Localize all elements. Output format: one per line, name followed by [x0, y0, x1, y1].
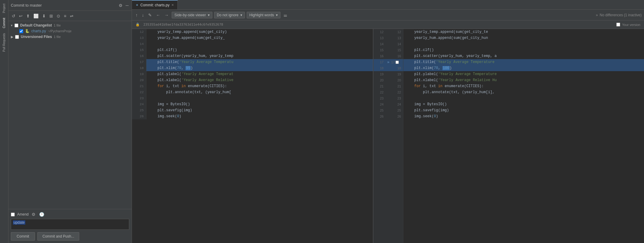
line-content-left-13: yearly_hum.append(sum(get_city_: [146, 35, 373, 41]
commit-message-field[interactable]: update: [11, 219, 129, 230]
unversioned-count: 1 file: [54, 35, 61, 39]
ignore-mode-dropdown[interactable]: Do not ignore ▾: [214, 12, 245, 18]
mid-row-12: 12 12: [374, 29, 403, 35]
download-button[interactable]: ⬇: [41, 13, 47, 19]
changelist-label: Default Changelist: [20, 23, 52, 27]
diff-status-text: No differences (1 inactive): [600, 13, 642, 17]
line-content-left-20: plt.xlabel('Yearly Average Relative: [146, 77, 373, 83]
diff-line-right-26: img.seek(0): [403, 113, 644, 119]
your-version-section: Your version: [616, 23, 640, 27]
list-button[interactable]: ≡: [63, 13, 67, 19]
line-content-left-21: for i, txt in enumerate(CITIES):: [146, 83, 373, 89]
sidebar-item-commit[interactable]: Commit: [1, 15, 7, 30]
diff-line-left-12: 12 yearly_temp.append(sum(get_city): [132, 29, 373, 35]
line-content-right-14: [403, 41, 644, 47]
file-item-charts[interactable]: 🐍 charts.py ~/PycharmProje: [8, 28, 132, 34]
undo-button[interactable]: ↩: [18, 13, 23, 19]
unversioned-section[interactable]: ▶ Unversioned Files 1 file: [8, 34, 132, 40]
diff-wrapper: 🔒 235355ad41b9ae1fda33763d11e44c6fe93526…: [132, 21, 644, 243]
commit-message-selected: update: [13, 220, 25, 225]
diff-line-right-15: plt.clf(): [403, 47, 644, 53]
line-num-left-23: 23: [132, 95, 146, 101]
sidebar-panel: Project Commit Pull Requests: [0, 0, 8, 243]
line-content-right-12: yearly_temp.append(sum(get_city_te: [403, 29, 644, 35]
highlight-mode-dropdown[interactable]: Highlight words ▾: [247, 12, 280, 18]
line-content-left-18: plt.xlim(70, 95): [146, 65, 373, 71]
diff-line-right-17: plt.title('Yearly Average Temperature: [403, 59, 644, 65]
minimize-button[interactable]: ─: [125, 3, 129, 8]
left-panel-header: Commit to master ⚙ ─: [8, 0, 132, 11]
line-content-left-14: [146, 41, 373, 47]
changelist-header[interactable]: ▾ Default Changelist 1 file: [8, 22, 132, 28]
line-content-right-15: plt.clf(): [403, 47, 644, 53]
nav-right-button[interactable]: →: [163, 12, 170, 18]
file-checkbox[interactable]: [19, 29, 23, 33]
nav-down-button[interactable]: ↓: [141, 12, 145, 18]
commit-push-button[interactable]: Commit and Push...: [37, 232, 79, 241]
line-content-left-24: img = BytesIO(): [146, 101, 373, 107]
viewer-mode-dropdown[interactable]: Side-by-side viewer ▾: [172, 12, 212, 18]
right-panel: ✦ Commit: charts.py ✕ ↑ ↓ ✎ ← → Side-by-…: [132, 0, 644, 243]
sidebar-item-project[interactable]: Project: [1, 1, 7, 15]
diff-line-right-19: plt.ylabel('Yearly Average Temperature: [403, 71, 644, 77]
diff-pane-left: 12 yearly_temp.append(sum(get_city) 13 y…: [132, 29, 373, 243]
diff-line-right-14: [403, 41, 644, 47]
diff-panes: 12 yearly_temp.append(sum(get_city) 13 y…: [132, 29, 644, 243]
unversioned-checkbox[interactable]: [15, 35, 19, 39]
expand-button[interactable]: ⊙: [56, 13, 61, 19]
line-content-left-26: img.seek(0): [146, 113, 373, 119]
diff-tab[interactable]: ✦ Commit: charts.py ✕: [132, 0, 178, 9]
your-version-checkbox[interactable]: [616, 23, 620, 27]
nav-edit-button[interactable]: ✎: [147, 12, 153, 18]
sidebar-item-pull-requests[interactable]: Pull Requests: [1, 31, 7, 54]
line-num-left-26: 26: [132, 113, 146, 119]
commit-button[interactable]: Commit: [11, 232, 35, 241]
changelist-checkbox[interactable]: [14, 24, 18, 27]
toolbar: ↺ ↩ ⬆ ⬜ ⬇ ⊞ ⊙ ≡ ⇌: [8, 11, 132, 21]
nav-left-button[interactable]: ←: [155, 12, 161, 18]
nav-up-button[interactable]: ↑: [134, 12, 139, 18]
diff-line-right-22: plt.annotate(txt, (yearly_hum[i],: [403, 89, 644, 95]
viewer-mode-chevron: ▾: [208, 13, 210, 17]
python-file-icon: 🐍: [25, 29, 30, 33]
mid-row-13: 13 13: [374, 35, 403, 41]
amend-settings-button[interactable]: ⚙: [31, 212, 36, 217]
line-content-right-23: [403, 95, 644, 101]
tab-title: Commit: charts.py: [140, 3, 170, 7]
diff-line-right-20: plt.xlabel('Yearly Average Relative Hu: [403, 77, 644, 83]
amend-checkbox[interactable]: [11, 213, 15, 216]
mid-row-22: 22 22: [374, 89, 403, 95]
split-button[interactable]: ⇌: [69, 13, 74, 19]
diff-button[interactable]: ⬜: [33, 13, 39, 19]
merge-button[interactable]: ⊞: [48, 13, 54, 19]
line-content-right-21: for i, txt in enumerate(CITIES):: [403, 83, 644, 89]
line-content-right-17: plt.title('Yearly Average Temperature: [403, 59, 644, 65]
line-num-left-12: 12: [132, 29, 146, 35]
diff-line-right-21: for i, txt in enumerate(CITIES):: [403, 83, 644, 89]
diff-line-right-25: plt.savefig(img): [403, 107, 644, 113]
left-panel-actions: ⚙ ─: [118, 3, 129, 8]
diff-line-left-18: 18 plt.xlim(70, 95): [132, 65, 373, 71]
line-content-right-19: plt.ylabel('Yearly Average Temperature: [403, 71, 644, 77]
line-17-checkbox[interactable]: [395, 61, 399, 64]
tab-close-button[interactable]: ✕: [171, 3, 174, 7]
left-panel-title: Commit to master: [11, 3, 42, 8]
amend-clock-button[interactable]: 🕐: [39, 212, 45, 217]
file-path: ~/PycharmProje: [48, 29, 72, 33]
diff-line-right-18: plt.xlim(70, 100): [403, 65, 644, 71]
highlight-mode-chevron: ▾: [276, 13, 278, 17]
mid-row-24: 24 24: [374, 101, 403, 107]
line-content-right-13: yearly_hum.append(sum(get_city_hun: [403, 35, 644, 41]
move-up-button[interactable]: ⬆: [25, 13, 31, 19]
unversioned-label: Unversioned Files: [21, 35, 52, 39]
settings-button[interactable]: ⚙: [118, 3, 123, 8]
tabs-bar: ✦ Commit: charts.py ✕: [132, 0, 644, 10]
line-num-left-17: 17: [132, 59, 146, 65]
line-num-left-24: 24: [132, 101, 146, 107]
bottom-area: Amend ⚙ 🕐 update Commit Commit and Push.…: [8, 209, 132, 243]
line-content-right-26: img.seek(0): [403, 113, 644, 119]
settings-diff-button[interactable]: ⚌: [282, 12, 289, 18]
mid-row-19: 19 19: [374, 71, 403, 77]
refresh-button[interactable]: ↺: [11, 13, 16, 19]
mid-num-right-12: 12: [391, 29, 403, 35]
